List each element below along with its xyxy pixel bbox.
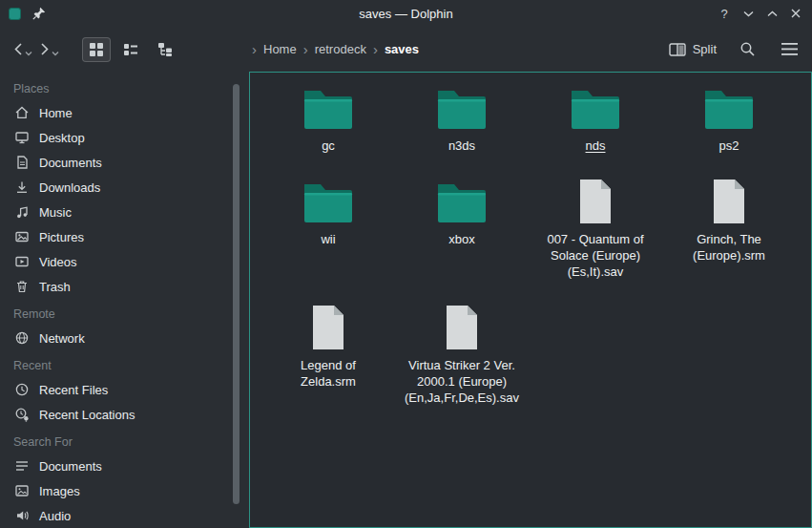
file-name: 007 - Quantum of Solace (Europe) (Es,It)… xyxy=(536,231,655,280)
sidebar-item-label: Home xyxy=(39,106,73,120)
folder-item-xbox[interactable]: xbox xyxy=(435,179,489,280)
file-item-007-quantum-of-solace[interactable]: 007 - Quantum of Solace (Europe) (Es,It)… xyxy=(536,179,655,280)
sidebar-item-recent-locations[interactable]: Recent Locations xyxy=(0,402,249,427)
help-icon: ? xyxy=(720,7,727,21)
sidebar-item-label: Network xyxy=(39,331,85,346)
folder-item-nds[interactable]: nds xyxy=(569,85,622,154)
file-name: gc xyxy=(322,137,335,154)
hamburger-menu-icon xyxy=(781,43,798,55)
file-icon xyxy=(711,179,747,224)
icons-view-icon xyxy=(89,42,104,57)
sidebar-item-pictures[interactable]: Pictures xyxy=(0,224,249,249)
sidebar-item-label: Desktop xyxy=(39,131,85,145)
sidebar-item-label: Recent Locations xyxy=(39,408,135,422)
file-icon xyxy=(444,305,480,350)
close-icon xyxy=(791,9,801,18)
folder-item-n3ds[interactable]: n3ds xyxy=(435,85,489,154)
file-item-virtua-striker-2[interactable]: Virtua Striker 2 Ver. 2000.1 (Europe) (E… xyxy=(397,305,528,406)
download-icon xyxy=(14,180,30,195)
sidebar-item-label: Music xyxy=(39,205,72,220)
folder-item-ps2[interactable]: ps2 xyxy=(702,85,756,154)
file-name: xbox xyxy=(448,231,474,247)
sidebar-item-trash[interactable]: Trash xyxy=(0,274,249,299)
maximize-icon xyxy=(767,11,778,17)
video-icon xyxy=(14,254,30,269)
file-name: wii xyxy=(321,231,335,247)
recent-files-icon xyxy=(14,382,30,397)
breadcrumb-item-saves[interactable]: saves xyxy=(385,42,419,56)
places-section-header: Places xyxy=(0,74,249,100)
folder-icon xyxy=(569,85,622,131)
desktop-icon xyxy=(14,130,30,145)
sidebar-item-label: Downloads xyxy=(39,180,100,195)
forward-history-chevron-icon[interactable] xyxy=(52,51,59,56)
sidebar-item-label: Pictures xyxy=(39,230,84,244)
picture-icon xyxy=(14,229,30,244)
sidebar-item-label: Documents xyxy=(39,459,102,474)
forward-icon xyxy=(40,42,50,56)
recent-section-header: Recent xyxy=(0,350,249,377)
forward-button[interactable] xyxy=(38,38,61,60)
tree-view-button[interactable] xyxy=(151,37,179,62)
remote-section-header: Remote xyxy=(0,299,249,326)
file-name: ps2 xyxy=(719,137,739,154)
breadcrumb-chevron-icon: › xyxy=(303,42,308,56)
sidebar-item-home[interactable]: Home xyxy=(0,100,249,125)
file-item-legend-of-zelda[interactable]: Legend of Zelda.srm xyxy=(279,305,378,406)
file-icon xyxy=(310,305,346,350)
sidebar-item-label: Documents xyxy=(39,156,102,170)
window-title: saves — Dolphin xyxy=(0,7,812,21)
tree-view-icon xyxy=(157,42,173,57)
folder-item-wii[interactable]: wii xyxy=(302,179,355,280)
places-panel: Places Home Desktop Documents Downloads xyxy=(0,72,249,528)
back-history-chevron-icon[interactable] xyxy=(25,51,32,56)
file-item-grinch-the-europe[interactable]: Grinch, The (Europe).srm xyxy=(670,179,788,280)
maximize-button[interactable] xyxy=(763,5,781,22)
breadcrumb: › Home › retrodeck › saves xyxy=(252,27,419,72)
sidebar-item-documents[interactable]: Documents xyxy=(0,150,249,175)
search-for-section-header: Search For xyxy=(0,427,249,454)
file-name: Grinch, The (Europe).srm xyxy=(670,231,788,264)
help-button[interactable]: ? xyxy=(716,5,733,22)
dolphin-app-icon[interactable] xyxy=(9,8,21,20)
minimize-button[interactable] xyxy=(739,5,757,22)
split-view-icon xyxy=(669,43,686,56)
details-view-button[interactable] xyxy=(116,37,145,62)
trash-icon xyxy=(14,279,30,294)
folder-icon xyxy=(435,85,489,131)
breadcrumb-item-retrodeck[interactable]: retrodeck xyxy=(315,42,366,56)
icons-view-button[interactable] xyxy=(82,37,111,62)
split-button[interactable]: Split xyxy=(669,42,717,56)
file-name: nds xyxy=(586,137,606,154)
sidebar-scrollbar-thumb[interactable] xyxy=(233,84,239,504)
split-button-label: Split xyxy=(693,42,717,56)
menu-button[interactable] xyxy=(778,38,801,61)
sidebar-item-search-audio[interactable]: Audio xyxy=(0,503,249,528)
breadcrumb-chevron-icon: › xyxy=(252,42,257,56)
details-view-icon xyxy=(123,42,138,57)
search-button[interactable] xyxy=(736,38,759,61)
sidebar-item-recent-files[interactable]: Recent Files xyxy=(0,377,249,402)
sidebar-item-music[interactable]: Music xyxy=(0,200,249,224)
folder-icon xyxy=(435,179,489,224)
sidebar-item-network[interactable]: Network xyxy=(0,326,249,350)
sidebar-item-downloads[interactable]: Downloads xyxy=(0,175,249,200)
sidebar-item-search-documents[interactable]: Documents xyxy=(0,454,249,478)
search-images-icon xyxy=(14,483,30,498)
pin-icon[interactable] xyxy=(32,7,46,20)
back-button[interactable] xyxy=(11,38,34,60)
close-button[interactable] xyxy=(787,5,804,22)
sidebar-item-label: Trash xyxy=(39,280,71,294)
sidebar-item-search-images[interactable]: Images xyxy=(0,478,249,503)
breadcrumb-item-home[interactable]: Home xyxy=(263,42,297,56)
file-name: n3ds xyxy=(448,137,475,154)
home-icon xyxy=(14,105,30,120)
folder-view[interactable]: gc n3ds xyxy=(249,72,812,528)
sidebar-item-desktop[interactable]: Desktop xyxy=(0,125,249,150)
minimize-icon xyxy=(743,11,754,17)
file-name: Virtua Striker 2 Ver. 2000.1 (Europe) (E… xyxy=(397,357,528,406)
sidebar-item-videos[interactable]: Videos xyxy=(0,249,249,274)
file-icon xyxy=(577,179,614,224)
folder-icon xyxy=(702,85,756,131)
folder-item-gc[interactable]: gc xyxy=(302,85,355,154)
